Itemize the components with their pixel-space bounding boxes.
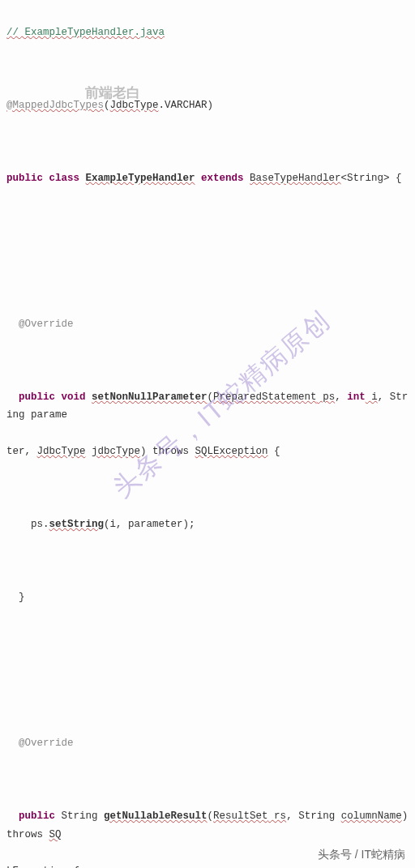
code-block: // ExampleTypeHandler.java @MappedJdbcTy…	[0, 0, 415, 868]
code-line: }	[6, 588, 409, 607]
code-line: @Override	[6, 315, 409, 334]
code-line: @Override	[6, 734, 409, 753]
code-line: ps.setString(i, parameter);	[6, 515, 409, 534]
code-line: public String getNullableResult(ResultSe…	[6, 807, 409, 844]
code-line: ter, JdbcType jdbcType) throws SQLExcept…	[6, 443, 409, 461]
code-line: // ExampleTypeHandler.java	[6, 24, 409, 42]
code-line: public void setNonNullParameter(Prepared…	[6, 388, 409, 425]
code-line: @MappedJdbcTypes(JdbcType.VARCHAR)	[6, 96, 409, 115]
footer-attribution: 头条号 / IT蛇精病	[318, 844, 405, 865]
code-line: public class ExampleTypeHandler extends …	[6, 169, 409, 188]
